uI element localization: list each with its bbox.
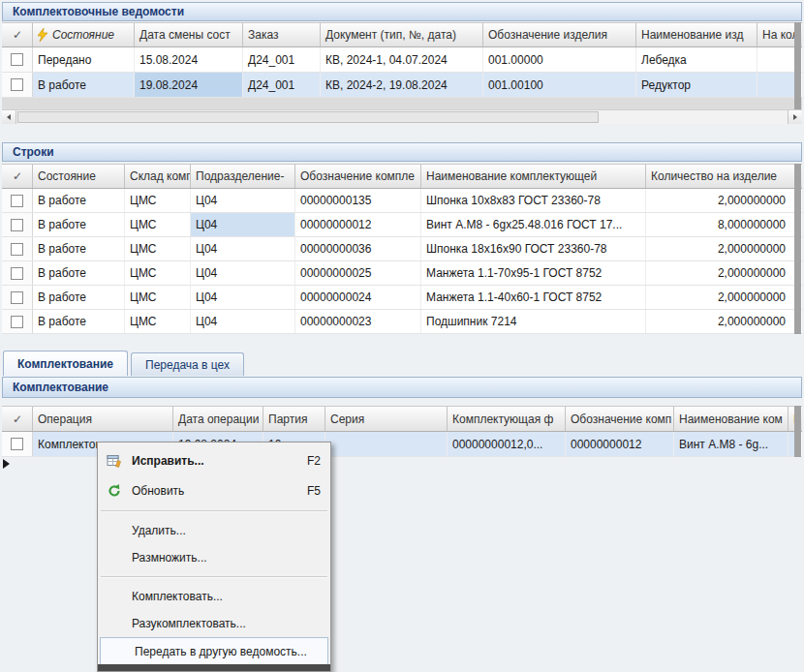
cell-warehouse[interactable]: ЦМС: [125, 237, 191, 260]
scrollbar-thumb[interactable]: [17, 111, 599, 123]
column-header-comp-name[interactable]: Наименование ком: [674, 407, 789, 431]
cell-department[interactable]: Ц04: [191, 237, 295, 260]
row-select-cell[interactable]: [2, 189, 33, 212]
column-header-document[interactable]: Документ (тип, №, дата): [321, 23, 483, 46]
menu-item-razukomplektovat[interactable]: Разукомплектовать...: [98, 610, 330, 637]
column-header-order[interactable]: Заказ: [243, 23, 321, 46]
cell-state[interactable]: В работе: [33, 189, 125, 212]
row-select-cell[interactable]: [2, 310, 33, 333]
column-header-quantity[interactable]: На колич: [758, 23, 796, 46]
cell-department-focused[interactable]: Ц04: [191, 213, 295, 236]
cell-document[interactable]: КВ, 2024-1, 04.07.2024: [321, 47, 483, 72]
cell-state[interactable]: В работе: [33, 310, 125, 333]
menu-item-refresh[interactable]: Обновить F5: [98, 475, 330, 505]
cell-code[interactable]: 00000000024: [295, 286, 421, 309]
cell-state[interactable]: В работе: [33, 261, 125, 285]
cell-department[interactable]: Ц04: [191, 261, 295, 285]
cell-code[interactable]: 00000000036: [295, 237, 421, 260]
row-checkbox[interactable]: [11, 438, 23, 450]
scroll-right-button[interactable]: [788, 110, 802, 124]
column-header-batch[interactable]: Партия: [263, 407, 325, 431]
cell-date-focused[interactable]: 19.08.2024: [135, 73, 243, 97]
column-header-state[interactable]: Состояние: [33, 23, 135, 46]
row-checkbox[interactable]: [11, 243, 23, 256]
menu-item-edit[interactable]: Исправить... F2: [98, 445, 330, 475]
column-header-operation[interactable]: Операция: [33, 407, 173, 431]
row-checkbox[interactable]: [11, 219, 23, 231]
row-checkbox[interactable]: [11, 267, 23, 280]
row-checkbox[interactable]: [11, 195, 23, 207]
menu-item-duplicate[interactable]: Размножить...: [98, 544, 330, 571]
column-header-warehouse[interactable]: Склад комп: [125, 165, 191, 188]
row-select-cell[interactable]: [2, 73, 33, 97]
column-header-state[interactable]: Состояние: [33, 165, 125, 188]
cell-qty[interactable]: 2,000000000: [646, 189, 796, 212]
cell-state[interactable]: В работе: [33, 213, 125, 236]
column-header-comp-f[interactable]: Комплектующая ф: [448, 407, 566, 431]
menu-item-transfer-hovered[interactable]: Передать в другую ведомость...: [100, 637, 328, 665]
cell-comp-code[interactable]: 00000000012: [566, 432, 674, 456]
column-header-qty[interactable]: Количество на изделие: [646, 165, 796, 188]
cell-name[interactable]: Шпонка 10x8x83 ГОСТ 23360-78: [421, 189, 646, 212]
cell-item-name[interactable]: Лебедка: [636, 47, 758, 72]
vertical-scrollbar[interactable]: [794, 164, 801, 334]
cell-department[interactable]: Ц04: [191, 286, 295, 309]
table-row[interactable]: В работе ЦМС Ц04 00000000135 Шпонка 10x8…: [2, 189, 802, 213]
table-row[interactable]: Передано 15.08.2024 Д24_001 КВ, 2024-1, …: [2, 47, 802, 73]
cell-qty[interactable]: 2,000000000: [646, 310, 796, 333]
row-select-cell[interactable]: [2, 261, 33, 285]
cell-qty[interactable]: 2,000000000: [646, 237, 796, 260]
cell-comp-name[interactable]: Винт А.М8 - 6g...: [674, 432, 789, 456]
column-header-item-name[interactable]: Наименование изд: [636, 23, 758, 46]
table-row-selected[interactable]: В работе 19.08.2024 Д24_001 КВ, 2024-2, …: [2, 73, 802, 98]
cell-department[interactable]: Ц04: [191, 310, 295, 333]
cell-code[interactable]: 00000000023: [295, 310, 421, 333]
cell-state[interactable]: В работе: [33, 73, 135, 97]
cell-quantity[interactable]: [758, 73, 796, 97]
column-header-department[interactable]: Подразделение-: [191, 165, 295, 188]
table-row[interactable]: В работе ЦМС Ц04 00000000012 Винт А.М8 -…: [2, 213, 802, 237]
cell-name[interactable]: Манжета 1.1-70x95-1 ГОСТ 8752: [421, 261, 646, 285]
cell-state[interactable]: В работе: [33, 237, 125, 260]
table-row[interactable]: В работе ЦМС Ц04 00000000036 Шпонка 18x1…: [2, 237, 802, 261]
row-select-cell[interactable]: [2, 286, 33, 309]
cell-qty[interactable]: 2,000000000: [646, 261, 796, 285]
cell-warehouse[interactable]: ЦМС: [125, 213, 191, 236]
table-row[interactable]: В работе ЦМС Ц04 00000000025 Манжета 1.1…: [2, 261, 802, 286]
cell-code[interactable]: 00000000025: [295, 261, 421, 285]
cell-name[interactable]: Подшипник 7214: [421, 310, 646, 333]
row-checkbox[interactable]: [11, 78, 23, 91]
cell-name[interactable]: Винт А.М8 - 6gх25.48.016 ГОСТ 17...: [421, 213, 646, 236]
tab-peredacha-v-tseh[interactable]: Передача в цех: [131, 352, 244, 376]
cell-code[interactable]: 00000000012: [295, 213, 421, 236]
select-all-header[interactable]: ✓: [2, 407, 33, 431]
column-header-comp-code[interactable]: Обозначение комп: [566, 407, 674, 431]
cell-warehouse[interactable]: ЦМС: [125, 286, 191, 309]
tab-komplektovanie[interactable]: Комплектование: [3, 351, 128, 376]
cell-name[interactable]: Шпонка 18x16x90 ГОСТ 23360-78: [421, 237, 646, 260]
cell-item-code[interactable]: 001.00100: [483, 73, 636, 97]
menu-item-delete[interactable]: Удалить...: [98, 517, 330, 544]
row-checkbox[interactable]: [11, 316, 23, 328]
cell-warehouse[interactable]: ЦМС: [125, 189, 191, 212]
column-header-date[interactable]: Дата смены сост: [135, 23, 243, 46]
vertical-scrollbar[interactable]: [794, 22, 801, 109]
cell-order[interactable]: Д24_001: [243, 47, 321, 72]
cell-name[interactable]: Манжета 1.1-40x60-1 ГОСТ 8752: [421, 286, 646, 309]
row-checkbox[interactable]: [11, 291, 23, 304]
row-checkbox[interactable]: [11, 53, 23, 66]
table-row[interactable]: В работе ЦМС Ц04 00000000023 Подшипник 7…: [2, 310, 802, 334]
column-header-op-date[interactable]: Дата операции: [173, 407, 263, 431]
cell-qty[interactable]: 8,000000000: [646, 213, 796, 236]
column-header-code[interactable]: Обозначение компле: [295, 165, 421, 188]
row-select-cell[interactable]: [2, 47, 33, 72]
cell-state[interactable]: В работе: [33, 286, 125, 309]
cell-warehouse[interactable]: ЦМС: [125, 310, 191, 333]
column-header-series[interactable]: Серия: [325, 407, 448, 431]
menu-item-komplektovat[interactable]: Комплектовать...: [98, 583, 330, 610]
scroll-left-button[interactable]: [2, 110, 16, 124]
cell-code[interactable]: 00000000135: [295, 189, 421, 212]
select-all-header[interactable]: ✓: [2, 23, 33, 46]
cell-department[interactable]: Ц04: [191, 189, 295, 212]
cell-comp-f[interactable]: 00000000012,0...: [448, 432, 566, 456]
